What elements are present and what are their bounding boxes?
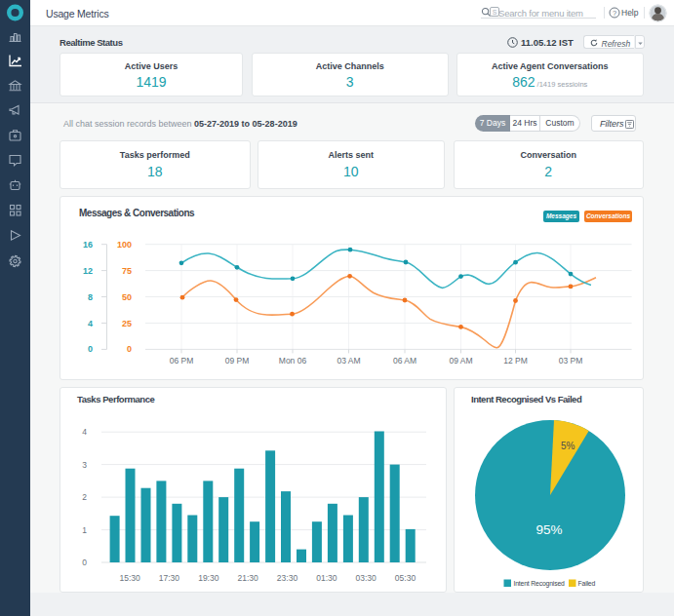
svg-text:0: 0 xyxy=(82,558,87,567)
svg-text:4: 4 xyxy=(82,427,87,437)
svg-text:3: 3 xyxy=(82,460,87,470)
svg-text:95%: 95% xyxy=(535,522,562,537)
svg-text:Mon 06: Mon 06 xyxy=(279,356,307,366)
svg-text:05:30: 05:30 xyxy=(395,573,416,583)
svg-text:03 AM: 03 AM xyxy=(337,356,360,366)
svg-text:12 PM: 12 PM xyxy=(503,356,528,366)
svg-text:S: S xyxy=(493,9,497,16)
svg-text:4: 4 xyxy=(88,319,93,328)
svg-text:19:30: 19:30 xyxy=(198,573,219,583)
svg-text:01:30: 01:30 xyxy=(316,573,337,583)
svg-text:100: 100 xyxy=(117,240,132,250)
svg-text:06 PM: 06 PM xyxy=(170,356,194,366)
svg-text:21:30: 21:30 xyxy=(238,573,259,583)
svg-text:2: 2 xyxy=(82,492,87,502)
svg-text:Intent Recognised: Intent Recognised xyxy=(514,580,566,588)
svg-text:?: ? xyxy=(613,9,616,18)
svg-text:Failed: Failed xyxy=(578,580,596,587)
svg-text:09 PM: 09 PM xyxy=(225,356,250,366)
svg-text:25: 25 xyxy=(122,319,132,328)
svg-text:17:30: 17:30 xyxy=(159,573,180,583)
svg-text:0: 0 xyxy=(88,344,93,354)
svg-text:50: 50 xyxy=(122,292,132,302)
svg-text:5%: 5% xyxy=(561,441,575,451)
svg-text:16: 16 xyxy=(83,240,93,250)
svg-text:03 PM: 03 PM xyxy=(559,356,583,366)
svg-text:23:30: 23:30 xyxy=(277,573,298,583)
svg-text:12: 12 xyxy=(83,266,93,276)
svg-text:8: 8 xyxy=(88,292,93,302)
svg-text:15:30: 15:30 xyxy=(119,573,140,583)
svg-text:1: 1 xyxy=(82,525,87,535)
svg-text:0: 0 xyxy=(127,344,132,354)
svg-text:75: 75 xyxy=(122,266,132,276)
svg-text:06 AM: 06 AM xyxy=(393,356,416,366)
svg-text:03:30: 03:30 xyxy=(356,573,377,583)
svg-text:09 AM: 09 AM xyxy=(449,356,472,366)
